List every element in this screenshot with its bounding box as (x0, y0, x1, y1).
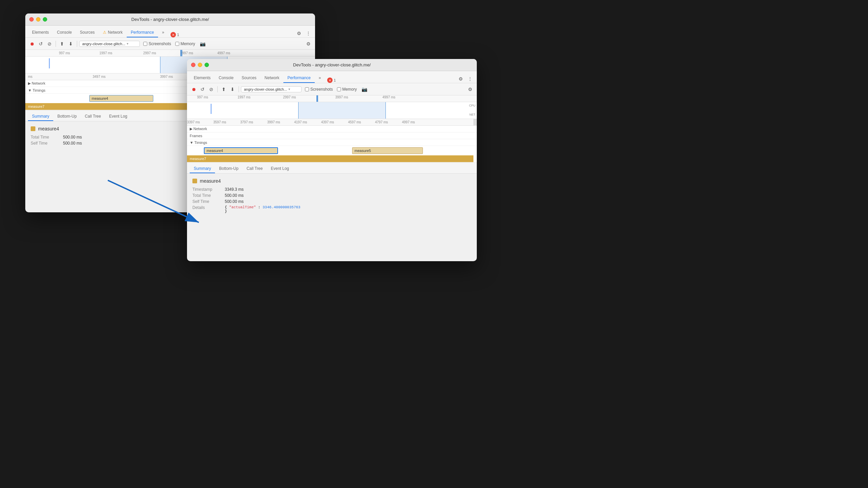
tab-summary-1[interactable]: Summary (28, 112, 53, 121)
dr-4597: 4597 ms (348, 120, 361, 124)
total-time-value-2: 500.00 ms (225, 193, 244, 198)
minimize-button-1[interactable] (36, 17, 40, 22)
screenshots-checkbox-1[interactable]: Screenshots (143, 41, 171, 46)
tab-console-2[interactable]: Console (215, 73, 238, 83)
track-timings-label-2: ▼ Timings (190, 141, 207, 145)
clear-button-2[interactable]: ⊘ (207, 85, 215, 93)
selection-region-2 (298, 102, 386, 119)
tab-elements-1[interactable]: Elements (28, 28, 53, 37)
tab-elements-2[interactable]: Elements (190, 73, 215, 83)
measure7-label-2: measure7 (190, 157, 206, 161)
close-button-2[interactable] (191, 63, 195, 67)
total-time-value-1: 500.00 ms (63, 135, 82, 140)
track-timings-header-2[interactable]: ▼ Timings (187, 139, 477, 146)
memory-input-1[interactable] (175, 42, 179, 46)
bottom-tabs-2: Summary Bottom-Up Call Tree Event Log (187, 163, 477, 174)
maximize-button-1[interactable] (43, 17, 47, 22)
tab-bottomup-1[interactable]: Bottom-Up (53, 112, 81, 121)
tab-console-1[interactable]: Console (53, 28, 76, 37)
tab-more-1[interactable]: » (158, 28, 168, 37)
tab-eventlog-1[interactable]: Event Log (105, 112, 131, 121)
timestamp-value: 3349.3 ms (225, 187, 244, 192)
tab-bottomup-2[interactable]: Bottom-Up (215, 164, 242, 173)
reload-button-1[interactable]: ↺ (37, 40, 45, 48)
dr-4997: 4997 ms (402, 120, 415, 124)
divider-2 (77, 41, 77, 47)
measure5-bar-2[interactable]: measure5 (352, 147, 423, 154)
timeline-overview-2[interactable]: CPU NET (187, 102, 477, 119)
tab-summary-2[interactable]: Summary (190, 164, 215, 173)
timeline-ruler-1: 997 ms 1997 ms 2997 ms 3997 ms 4997 ms (25, 50, 315, 57)
settings-icon-1[interactable]: ⚙ (295, 29, 303, 37)
ruler-tick-4997: 4997 ms (217, 51, 230, 55)
tab-sources-2[interactable]: Sources (238, 73, 260, 83)
measure4-bar-1[interactable]: measure4 (89, 95, 153, 102)
more-icon-1[interactable]: ⋮ (304, 29, 312, 37)
ruler-tick-2997: 2997 ms (143, 51, 156, 55)
screenshots-checkbox-2[interactable]: Screenshots (305, 87, 333, 92)
details-code-line2: } (225, 209, 300, 213)
error-count-1: 1 (177, 33, 179, 37)
measure4-bar-2[interactable]: measure4 (204, 147, 278, 154)
download-button-2[interactable]: ⬇ (228, 85, 237, 93)
tab-calltree-1[interactable]: Call Tree (81, 112, 105, 121)
tab-performance-1[interactable]: Performance (127, 28, 158, 37)
upload-button-2[interactable]: ⬆ (220, 85, 228, 93)
track-network-label-2: ▶ Network (190, 127, 207, 131)
timeline-ruler-top-2: 997 ms 1997 ms 2997 ms 3997 ms 4997 ms (187, 95, 477, 102)
track-frames-label-2: Frames (190, 134, 202, 138)
settings-icon-2[interactable]: ⚙ (457, 75, 465, 83)
tab-network-1[interactable]: ⚠ Network (99, 28, 127, 37)
cpu-spike-2 (211, 104, 212, 114)
memory-input-2[interactable] (337, 87, 341, 91)
divider-1 (56, 41, 56, 47)
tab-more-2[interactable]: » (315, 73, 325, 83)
timestamp-label: Timestamp (192, 187, 219, 192)
tab-network-2[interactable]: Network (260, 73, 283, 83)
clear-button-1[interactable]: ⊘ (45, 40, 54, 48)
record-button-2[interactable]: ⏺ (190, 85, 198, 93)
tab-eventlog-2[interactable]: Event Log (267, 164, 293, 173)
download-button-1[interactable]: ⬇ (67, 40, 75, 48)
url-bar-1[interactable]: angry-clover-close.glitch... ▾ (79, 41, 140, 47)
track-timings-label: ▼ Timings (28, 88, 45, 92)
tab-performance-2[interactable]: Performance (283, 73, 315, 83)
record-button-1[interactable]: ⏺ (28, 40, 36, 48)
traffic-lights-1 (29, 17, 47, 22)
error-count-2: 1 (334, 78, 336, 82)
upload-button-1[interactable]: ⬆ (58, 40, 66, 48)
dr-4797: 4797 ms (375, 120, 388, 124)
details-val-span: 3346.400000035763 (262, 205, 300, 209)
close-button-1[interactable] (29, 17, 34, 22)
ruler2-3497: 3497 ms (93, 75, 105, 79)
total-time-label-1: Total Time (31, 135, 58, 140)
r2-3997: 3997 ms (335, 95, 348, 99)
track-frames-2[interactable]: Frames (187, 132, 477, 139)
total-time-label-2: Total Time (192, 193, 219, 198)
measure7-bar-2[interactable]: measure7 (187, 155, 473, 162)
memory-checkbox-1[interactable]: Memory (175, 41, 195, 46)
scrollbar-2[interactable] (473, 119, 477, 125)
maximize-button-2[interactable] (205, 63, 209, 67)
capture-icon-2[interactable]: 📷 (360, 85, 368, 93)
window-title-2: DevTools - angry-clover-close.glitch.me/ (293, 62, 371, 67)
dr-4197: 4197 ms (294, 120, 307, 124)
settings-toolbar-icon-2[interactable]: ⚙ (466, 85, 474, 93)
memory-checkbox-2[interactable]: Memory (337, 87, 357, 92)
tab-calltree-2[interactable]: Call Tree (243, 164, 267, 173)
details-key-span: "actualTime" (229, 205, 256, 209)
more-icon-2[interactable]: ⋮ (466, 75, 474, 83)
url-bar-2[interactable]: angry-clover-close.glitch... ▾ (241, 86, 302, 92)
track-network-2[interactable]: ▶ Network (187, 126, 477, 132)
tab-sources-1[interactable]: Sources (76, 28, 99, 37)
self-time-value-2: 500.00 ms (225, 199, 244, 204)
screenshots-input-1[interactable] (143, 42, 147, 46)
screenshots-input-2[interactable] (305, 87, 309, 91)
capture-icon-1[interactable]: 📷 (198, 40, 207, 48)
reload-button-2[interactable]: ↺ (198, 85, 207, 93)
settings-toolbar-icon-1[interactable]: ⚙ (304, 40, 312, 48)
minimize-button-2[interactable] (198, 63, 202, 67)
timings-bars-2: measure4 measure5 measure7 (187, 146, 477, 163)
net-label-2: NET (469, 113, 475, 116)
error-badge-1: ✕ (170, 32, 176, 37)
